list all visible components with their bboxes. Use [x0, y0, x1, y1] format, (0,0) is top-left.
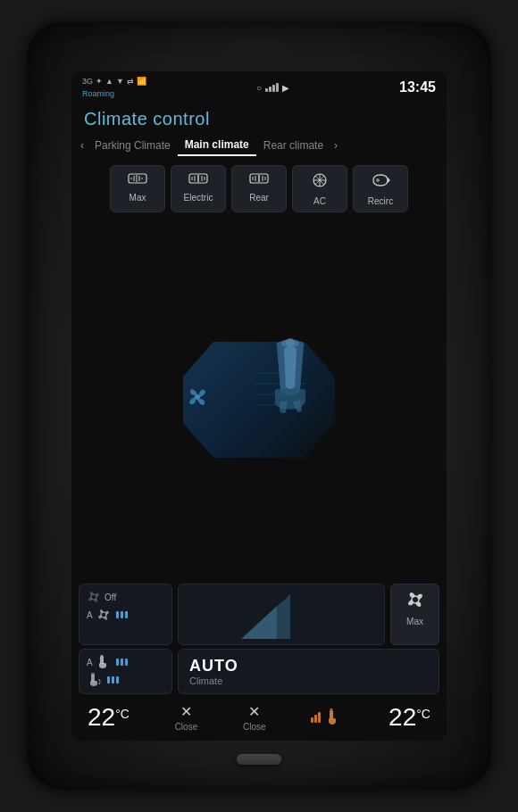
fan-auto-icon — [96, 608, 111, 622]
seat-heat-auto-label: A — [87, 658, 93, 667]
heat-bar-2 — [314, 715, 317, 723]
svg-rect-25 — [376, 178, 380, 182]
status-right: 13:45 — [399, 79, 436, 95]
right-temp-display: 22 °C — [388, 703, 430, 732]
seat-heat-right-icon — [323, 708, 343, 726]
heat-bars — [311, 712, 321, 723]
action-electric[interactable]: E Electric — [171, 165, 226, 212]
recirc-icon — [369, 171, 392, 194]
controls-row-bottom: A — [79, 649, 439, 694]
bar-1 — [116, 611, 119, 618]
svg-point-31 — [195, 394, 200, 400]
seat-vent-row[interactable] — [87, 673, 164, 687]
svg-point-30 — [286, 338, 295, 347]
seat-heat-bars — [116, 659, 128, 666]
svg-marker-35 — [241, 606, 277, 639]
right-temp-unit: °C — [416, 707, 430, 721]
max-fan-icon — [405, 590, 425, 614]
auto-sub-label: Climate — [189, 675, 428, 686]
bar-2 — [121, 611, 123, 618]
climate-visualization — [71, 220, 447, 580]
close-x-right: ✕ — [248, 703, 260, 720]
tab-next-arrow[interactable]: › — [330, 137, 341, 153]
heat-bar-3 — [318, 712, 321, 723]
fan-off-label: Off — [104, 592, 116, 602]
fan-control-panel: Off A — [79, 584, 172, 645]
bar-3 — [125, 611, 128, 618]
bottom-controls: Off A — [71, 580, 447, 741]
status-icons: 3G ✦ ▲ ▼ ⇄ 📶 — [82, 77, 146, 86]
fan-auto-row: A — [87, 608, 164, 622]
time-display: 13:45 — [399, 79, 436, 95]
right-temp-value: 22 — [388, 703, 416, 732]
temperature-row: 22 °C ✕ Close ✕ Close — [79, 698, 439, 737]
action-rear[interactable]: Rear — [231, 165, 287, 212]
electric-label: Electric — [184, 193, 213, 203]
close-button-right[interactable]: ✕ Close — [243, 703, 266, 732]
seat-icon — [259, 337, 322, 421]
recirc-label: Recirc — [368, 196, 393, 206]
tab-main[interactable]: Main climate — [178, 135, 256, 156]
fan-auto-label: A — [87, 610, 93, 620]
screen-title: Climate control — [84, 109, 434, 129]
svg-text:E: E — [197, 180, 200, 185]
sh-bar-1 — [116, 659, 119, 666]
seat-heat-panel: A — [79, 649, 172, 694]
roaming-label: Roaming — [82, 89, 114, 98]
sv-bar-3 — [116, 676, 119, 684]
close-button-left[interactable]: ✕ Close — [175, 703, 198, 732]
fan-off-icon — [87, 590, 101, 604]
left-temp-display: 22 °C — [88, 703, 130, 732]
sh-bar-2 — [121, 659, 123, 666]
tab-rear[interactable]: Rear climate — [256, 136, 330, 155]
fan-speed-panel[interactable] — [178, 584, 385, 645]
circle-icon: ○ — [256, 83, 262, 93]
tab-parking[interactable]: Parking Climate — [88, 136, 178, 155]
seat-vent-icon — [87, 673, 103, 687]
max-icon — [128, 171, 147, 190]
status-left: 3G ✦ ▲ ▼ ⇄ 📶 Roaming — [82, 77, 146, 98]
quick-actions-row: Max E Electric — [71, 158, 447, 220]
rear-label: Rear — [249, 193, 269, 203]
main-screen: Climate control ‹ Parking Climate Main c… — [71, 102, 447, 741]
signal-icon: ▼ — [116, 77, 124, 86]
action-recirc[interactable]: Recirc — [353, 165, 408, 212]
fan-icon-visual — [183, 383, 212, 418]
tab-navigation: ‹ Parking Climate Main climate Rear clim… — [71, 133, 447, 158]
seat-vent-bars — [107, 676, 119, 684]
auto-label: AUTO — [189, 657, 428, 675]
seat-heat-row[interactable]: A — [87, 655, 164, 669]
left-temp-unit: °C — [115, 707, 130, 721]
ac-icon — [310, 171, 330, 194]
airflow-shape — [170, 328, 348, 471]
tab-prev-arrow[interactable]: ‹ — [77, 137, 88, 153]
max-fan-label: Max — [406, 617, 423, 626]
sig-bar-4 — [276, 83, 279, 92]
play-icon: ▶ — [282, 83, 289, 93]
screen-header: Climate control — [71, 102, 447, 133]
controls-row-top: Off A — [79, 584, 439, 645]
svg-marker-24 — [388, 178, 390, 183]
electric-icon: E — [188, 171, 208, 190]
fan-auto-bars — [116, 611, 128, 618]
screen-container: 3G ✦ ▲ ▼ ⇄ 📶 Roaming ○ ▶ — [71, 71, 447, 741]
sig-bar-3 — [272, 85, 275, 92]
close-x-left: ✕ — [180, 703, 192, 720]
signal-strength — [265, 83, 279, 92]
home-button[interactable] — [237, 754, 281, 765]
wifi-icon: ▲ — [105, 77, 113, 86]
max-fan-button[interactable]: Max — [390, 584, 439, 645]
status-center: ○ ▶ — [256, 83, 289, 93]
auto-climate-panel[interactable]: AUTO Climate — [178, 649, 439, 694]
status-bar: 3G ✦ ▲ ▼ ⇄ 📶 Roaming ○ ▶ — [71, 71, 447, 102]
sv-bar-2 — [112, 676, 114, 684]
action-max[interactable]: Max — [110, 165, 165, 212]
left-temp-value: 22 — [88, 703, 115, 732]
ac-label: AC — [313, 196, 326, 206]
sh-bar-3 — [125, 659, 128, 666]
bluetooth-icon: ✦ — [96, 77, 103, 86]
right-heat-indicator — [311, 708, 343, 726]
action-ac[interactable]: AC — [292, 165, 347, 212]
phone-icon: 📶 — [137, 77, 146, 86]
sv-bar-1 — [107, 676, 110, 684]
